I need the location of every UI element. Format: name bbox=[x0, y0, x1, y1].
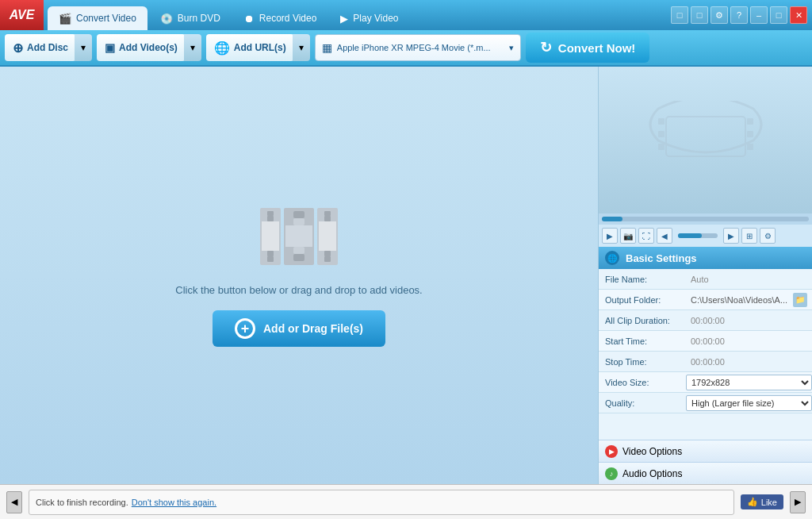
settings-row-0: File Name: Auto bbox=[599, 269, 812, 290]
url-icon: 🌐 bbox=[214, 40, 230, 56]
video-options-icon: ▶ bbox=[605, 445, 618, 458]
add-disc-group: ⊕ Add Disc ▾ bbox=[5, 34, 92, 61]
screenshot-button[interactable]: 📷 bbox=[620, 228, 636, 244]
settings-label-0: File Name: bbox=[599, 275, 686, 284]
film-reel-left bbox=[260, 208, 281, 265]
settings-globe-icon: 🌐 bbox=[605, 251, 619, 265]
convert-refresh-icon: ↻ bbox=[540, 39, 552, 56]
film-reel-right bbox=[317, 208, 338, 265]
status-message-area: Click to finish recording. Don't show th… bbox=[29, 490, 734, 515]
tab-label-convert-video: Convert Video bbox=[76, 13, 136, 24]
disc-icon: ⊕ bbox=[13, 40, 23, 56]
settings-select-wrapper-6: High (Larger file size)MediumLow bbox=[686, 395, 812, 411]
crop-button[interactable]: ⊞ bbox=[741, 228, 757, 244]
video-options-label: Video Options bbox=[622, 446, 682, 457]
play-button[interactable]: ▶ bbox=[602, 228, 618, 244]
add-url-group: 🌐 Add URL(s) ▾ bbox=[206, 34, 310, 61]
svg-rect-1 bbox=[658, 118, 665, 125]
progress-bar-area bbox=[599, 213, 812, 225]
add-disc-dropdown[interactable]: ▾ bbox=[75, 34, 92, 61]
settings-value-4: 00:00:00 bbox=[686, 357, 812, 367]
add-drag-files-button[interactable]: + Add or Drag File(s) bbox=[213, 310, 385, 347]
video-icon: ▣ bbox=[105, 41, 115, 54]
audio-options-label: Audio Options bbox=[622, 468, 682, 479]
progress-fill bbox=[602, 217, 622, 221]
main-area: Click the button below or drag and drop … bbox=[0, 67, 812, 484]
settings-select-5[interactable]: 1792x8281920x10801280x720 bbox=[686, 375, 812, 390]
prev-frame-button[interactable]: ◀ bbox=[657, 228, 672, 244]
settings-row-5: Video Size: 1792x8281920x10801280x720 bbox=[599, 372, 812, 393]
settings-select-6[interactable]: High (Larger file size)MediumLow bbox=[686, 395, 812, 411]
add-url-dropdown[interactable]: ▾ bbox=[293, 34, 310, 61]
browse-folder-button[interactable]: 📁 bbox=[793, 293, 807, 307]
settings-label-1: Output Folder: bbox=[599, 295, 686, 305]
nav-arrows: ◀ bbox=[6, 491, 22, 513]
maximize-btn[interactable]: □ bbox=[770, 6, 787, 24]
restore-btn[interactable]: □ bbox=[691, 6, 708, 24]
tab-icon-record-video: ⏺ bbox=[244, 13, 255, 25]
nav-arrows-right: ▶ bbox=[790, 491, 806, 513]
tab-play-video[interactable]: ▶ Play Video bbox=[329, 6, 409, 30]
preview-film-icon bbox=[642, 101, 769, 180]
tab-icon-play-video: ▶ bbox=[340, 13, 348, 25]
svg-rect-5 bbox=[747, 131, 753, 137]
settings-header[interactable]: 🌐 Basic Settings bbox=[599, 247, 812, 269]
minimize-btn[interactable]: □ bbox=[671, 6, 688, 24]
settings-btn[interactable]: ⚙ bbox=[710, 6, 728, 24]
nav-prev-button[interactable]: ◀ bbox=[6, 491, 22, 513]
next-frame-button[interactable]: ▶ bbox=[723, 228, 739, 244]
content-panel: Click the button below or drag and drop … bbox=[0, 67, 598, 484]
playback-controls: ▶ 📷 ⛶ ◀ ▶ ⊞ ⚙ bbox=[599, 225, 812, 247]
right-panel: ▶ 📷 ⛶ ◀ ▶ ⊞ ⚙ 🌐 Basic Settings File Name… bbox=[598, 67, 812, 484]
tab-burn-dvd[interactable]: 💿 Burn DVD bbox=[149, 6, 232, 30]
tab-record-video[interactable]: ⏺ Record Video bbox=[233, 6, 328, 30]
volume-slider[interactable] bbox=[678, 233, 718, 238]
add-plus-icon: + bbox=[235, 318, 255, 339]
format-selector[interactable]: ▦ Apple iPhone XR MPEG-4 Movie (*.m... ▾ bbox=[315, 34, 521, 61]
settings-row-4: Stop Time: 00:00:00 bbox=[599, 352, 812, 372]
progress-track[interactable] bbox=[602, 217, 809, 221]
like-button[interactable]: 👍 Like bbox=[741, 494, 783, 509]
settings-label-6: Quality: bbox=[599, 398, 686, 408]
convert-now-button[interactable]: ↻ Convert Now! bbox=[526, 33, 650, 63]
settings-row-2: All Clip Duration: 00:00:00 bbox=[599, 310, 812, 331]
settings-label-2: All Clip Duration: bbox=[599, 316, 686, 325]
audio-options-header[interactable]: ♪ Audio Options bbox=[599, 462, 812, 484]
settings-value-3: 00:00:00 bbox=[686, 336, 812, 346]
nav-next-button[interactable]: ▶ bbox=[790, 491, 806, 513]
video-preview-area bbox=[599, 67, 812, 213]
film-placeholder-icon bbox=[259, 205, 339, 268]
title-bar: AVE 🎬 Convert Video 💿 Burn DVD ⏺ Record … bbox=[0, 0, 812, 30]
settings-select-wrapper-5: 1792x8281920x10801280x720 bbox=[686, 375, 812, 390]
add-video-group: ▣ Add Video(s) ▾ bbox=[97, 34, 201, 61]
svg-rect-0 bbox=[666, 117, 745, 156]
settings-value-0: Auto bbox=[686, 275, 812, 284]
settings-panel-button[interactable]: ⚙ bbox=[760, 228, 776, 244]
status-bar: ◀ Click to finish recording. Don't show … bbox=[0, 484, 812, 519]
close-btn[interactable]: ✕ bbox=[790, 6, 807, 24]
add-url-button[interactable]: 🌐 Add URL(s) bbox=[206, 34, 294, 61]
settings-table: File Name: Auto Output Folder: C:\Users\… bbox=[599, 269, 812, 440]
settings-label-4: Stop Time: bbox=[599, 357, 686, 367]
tab-label-play-video: Play Video bbox=[353, 13, 398, 24]
fullscreen-button[interactable]: ⛶ bbox=[638, 228, 654, 244]
video-options-header[interactable]: ▶ Video Options bbox=[599, 440, 812, 462]
settings-label-5: Video Size: bbox=[599, 378, 686, 387]
help-btn[interactable]: ? bbox=[730, 6, 748, 24]
audio-options-icon: ♪ bbox=[605, 467, 618, 480]
dont-show-link[interactable]: Don't show this again. bbox=[132, 498, 216, 507]
film-reel-center bbox=[284, 208, 314, 265]
status-message-text: Click to finish recording. bbox=[36, 498, 128, 507]
svg-rect-4 bbox=[747, 118, 753, 125]
add-video-button[interactable]: ▣ Add Video(s) bbox=[97, 34, 186, 61]
tab-convert-video[interactable]: 🎬 Convert Video bbox=[48, 6, 147, 30]
format-label: Apple iPhone XR MPEG-4 Movie (*.m... bbox=[337, 43, 509, 52]
tab-icon-convert-video: 🎬 bbox=[59, 13, 71, 25]
add-disc-button[interactable]: ⊕ Add Disc bbox=[5, 34, 76, 61]
add-video-dropdown[interactable]: ▾ bbox=[184, 34, 201, 61]
settings-row-1: Output Folder: C:\Users\Noa\Videos\A... … bbox=[599, 290, 812, 310]
like-icon: 👍 bbox=[747, 497, 758, 507]
minimize-btn2[interactable]: – bbox=[750, 6, 768, 24]
tab-label-burn-dvd: Burn DVD bbox=[178, 13, 220, 24]
format-icon: ▦ bbox=[322, 41, 332, 54]
